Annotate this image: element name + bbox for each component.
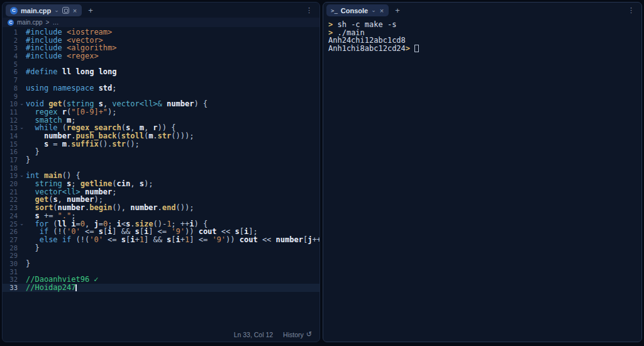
history-icon: ↺ — [306, 330, 312, 338]
breadcrumb-separator: > — [46, 19, 50, 26]
line-content: else if (!('0' <= s[i+1] && s[i+1] <= '9… — [26, 236, 319, 244]
chevron-down-icon[interactable]: ⌄ — [54, 8, 59, 13]
console-panel: >_ Console ⌄ × + ⋮ > sh -c make -s> ./ma… — [323, 2, 642, 342]
line-content: } — [26, 156, 30, 164]
line-number: 9 — [3, 92, 18, 101]
line-number: 19 — [3, 172, 18, 180]
code-line[interactable]: 27 else if (!('0' <= s[i+1] && s[i+1] <=… — [3, 236, 319, 244]
line-number: 22 — [3, 196, 18, 204]
console-tabbar: >_ Console ⌄ × + ⋮ — [323, 3, 641, 18]
line-number: 13 — [3, 124, 18, 132]
line-number: 21 — [3, 188, 18, 196]
line-number: 7 — [3, 76, 18, 84]
breadcrumb: C main.cpp > … — [3, 18, 319, 27]
console-line: Anh24chi12abc1cd8 — [328, 36, 636, 45]
editor-tabbar: C main.cpp ⌄ × + ⋮ — [3, 3, 319, 18]
line-content: s = m.suffix().str(); — [26, 140, 140, 148]
console-line: > sh -c make -s — [328, 21, 636, 29]
code-line[interactable]: 16 } — [3, 148, 319, 156]
line-number: 10 — [3, 100, 18, 108]
terminal-icon: >_ — [331, 8, 338, 14]
code-line[interactable]: 33//Hoidap247 — [3, 284, 319, 292]
cpp-file-icon: C — [8, 20, 14, 26]
editor-panel: C main.cpp ⌄ × + ⋮ C main.cpp > … 1#incl… — [2, 2, 320, 342]
prompt-icon: > — [406, 44, 414, 53]
line-content: using namespace std; — [26, 84, 117, 92]
console-output[interactable]: > sh -c make -s> ./mainAnh24chi12abc1cd8… — [323, 18, 641, 342]
fold-icon[interactable]: ⌄ — [18, 220, 26, 228]
line-content: } — [26, 260, 30, 268]
console-line: Anh1chi8abc12cd24> — [328, 45, 636, 53]
line-number: 14 — [3, 132, 18, 140]
code-editor[interactable]: 1#include <iostream>2#include <vector>3#… — [3, 27, 319, 342]
line-number: 27 — [3, 236, 18, 244]
code-line[interactable]: 4#include <regex> — [3, 52, 319, 60]
console-menu-icon[interactable]: ⋮ — [626, 6, 636, 14]
line-number: 16 — [3, 148, 18, 156]
line-number: 17 — [3, 156, 18, 164]
add-console-button[interactable]: + — [393, 6, 402, 15]
line-number: 33 — [3, 284, 18, 292]
line-number: 24 — [3, 212, 18, 220]
line-number: 4 — [3, 52, 18, 60]
line-number: 3 — [3, 44, 18, 52]
line-content: } — [26, 244, 40, 252]
line-number: 25 — [3, 220, 18, 228]
line-number: 20 — [3, 180, 18, 188]
tab-label: main.cpp — [21, 7, 51, 14]
close-icon[interactable]: × — [72, 7, 77, 14]
line-number: 31 — [3, 268, 18, 276]
close-icon[interactable]: × — [379, 7, 384, 14]
editor-statusbar: Ln 33, Col 12 History ↺ — [234, 330, 312, 338]
text-cursor — [75, 284, 77, 291]
code-line[interactable]: 6#define ll long long — [3, 68, 319, 76]
line-number: 30 — [3, 260, 18, 268]
cpp-file-icon: C — [10, 7, 18, 14]
history-button[interactable]: History ↺ — [283, 330, 312, 338]
terminal-cursor — [414, 45, 419, 52]
line-content: //Hoidap247 — [26, 284, 77, 292]
line-number: 28 — [3, 244, 18, 252]
line-number: 26 — [3, 228, 18, 236]
code-line[interactable]: 29 — [3, 252, 319, 260]
tab-label: Console — [341, 7, 368, 14]
line-number: 15 — [3, 140, 18, 148]
line-content: #include <regex> — [26, 52, 99, 60]
history-label: History — [283, 331, 304, 338]
line-number: 5 — [3, 60, 18, 69]
line-number: 1 — [3, 28, 18, 36]
format-icon[interactable] — [62, 7, 69, 14]
code-line[interactable]: 8using namespace std; — [3, 84, 319, 92]
fold-icon[interactable]: ⌄ — [18, 124, 26, 132]
breadcrumb-file[interactable]: main.cpp — [17, 19, 43, 26]
line-number: 6 — [3, 68, 18, 76]
line-number: 11 — [3, 108, 18, 116]
line-number: 32 — [3, 276, 18, 284]
line-content: #define ll long long — [26, 68, 117, 76]
chevron-down-icon[interactable]: ⌄ — [371, 8, 376, 13]
code-line[interactable]: 28 } — [3, 244, 319, 252]
line-number: 18 — [3, 164, 18, 172]
line-number: 23 — [3, 204, 18, 212]
line-number: 8 — [3, 84, 18, 92]
line-number: 2 — [3, 36, 18, 45]
tab-console[interactable]: >_ Console ⌄ × — [326, 4, 389, 16]
fold-icon[interactable]: ⌄ — [18, 172, 26, 180]
tab-main-cpp[interactable]: C main.cpp ⌄ × — [6, 4, 82, 16]
code-line[interactable]: 30} — [3, 260, 319, 268]
code-line[interactable]: 17} — [3, 156, 319, 164]
fold-icon[interactable]: ⌄ — [18, 100, 26, 108]
editor-menu-icon[interactable]: ⋮ — [304, 6, 314, 14]
line-number: 29 — [3, 252, 18, 260]
code-line[interactable]: 15 s = m.suffix().str(); — [3, 140, 319, 148]
breadcrumb-ellipsis[interactable]: … — [52, 19, 58, 26]
line-number: 12 — [3, 116, 18, 125]
add-tab-button[interactable]: + — [86, 6, 95, 15]
cursor-position: Ln 33, Col 12 — [234, 331, 273, 338]
